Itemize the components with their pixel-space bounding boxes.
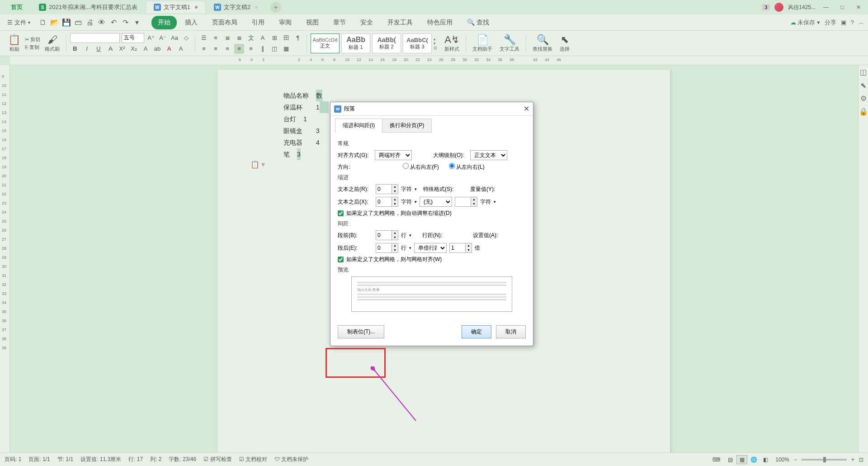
cut-button[interactable]: ✂ 剪切 [25,36,40,43]
menu-tab-review[interactable]: 审阅 [273,16,298,29]
paste-options-icon[interactable]: 📋 ▾ [250,160,265,169]
status-page-no[interactable]: 页码: 1 [5,456,21,463]
menu-tab-chapters[interactable]: 章节 [327,16,352,29]
vertical-ruler[interactable]: 91011 121314 151617 181920 212223 242526… [0,65,10,452]
find-replace-button[interactable]: 🔍查找替换 [530,34,555,52]
clear-format-icon[interactable]: ◇ [181,33,191,43]
numbering-icon[interactable]: ≡ [211,33,221,43]
zoom-slider[interactable] [802,459,847,461]
undo-icon[interactable]: ↶ [108,17,119,28]
style-heading2[interactable]: AaBb(标题 2 [372,33,401,53]
bold-icon[interactable]: B [70,44,80,54]
subscript-icon[interactable]: X₂ [129,44,139,54]
print-preview-icon[interactable]: 👁 [96,17,107,28]
new-icon[interactable]: 🗋 [38,17,48,28]
rail-lock-icon[interactable]: 🔒 [859,107,868,116]
tab-home[interactable]: 首页 [4,1,30,13]
borders-icon[interactable]: ▦ [281,44,291,54]
increase-indent-icon[interactable]: ≣ [234,33,244,43]
change-case-icon[interactable]: Aa [170,33,179,43]
status-setting[interactable]: 设置值: 11.3厘米 [80,456,121,463]
notification-badge[interactable]: 3 [762,4,770,10]
view-outline-icon[interactable]: ◧ [760,455,771,464]
underline-icon[interactable]: U [94,44,104,54]
status-spell[interactable]: ☑ 拼写检查 [203,456,231,463]
text-direction-icon[interactable]: 文 [246,33,256,43]
align-left-icon[interactable]: ≡ [199,44,209,54]
ltr-radio[interactable] [449,163,455,169]
print-icon[interactable]: 🖨 [85,17,95,28]
status-proof[interactable]: ☑ 文档校对 [239,456,267,463]
border-icon[interactable]: 田 [281,33,291,43]
status-section[interactable]: 节: 1/1 [57,456,73,463]
zoom-in-icon[interactable]: + [851,456,854,463]
rail-nav-icon[interactable]: ◫ [860,68,867,76]
menu-tab-special[interactable]: 特色应用 [421,16,459,29]
rail-select-icon[interactable]: ⬉ [860,81,866,90]
style-down-icon[interactable]: ▾ [434,41,440,46]
before-para-spinner[interactable]: ▲▼ [376,230,398,240]
view-print-icon[interactable]: ▦ [736,455,747,464]
file-menu[interactable]: ☰文件▾ [4,17,34,29]
avatar[interactable] [774,3,783,12]
menu-tab-start[interactable]: 开始 [151,16,177,29]
new-tab-button[interactable]: ＋ [270,2,281,13]
help-icon[interactable]: ? [851,19,854,26]
menu-tab-view[interactable]: 视图 [300,16,325,29]
redo-icon[interactable]: ↷ [120,17,131,28]
grid-indent-checkbox[interactable] [338,210,344,216]
maximize-button[interactable]: □ [836,3,848,12]
status-protect[interactable]: 🛡 文档未保护 [274,456,308,463]
format-painter-group[interactable]: 🖌格式刷 [42,34,62,52]
dialog-close-button[interactable]: ✕ [524,105,529,113]
decrease-font-icon[interactable]: A⁻ [158,33,168,43]
align-select[interactable]: 两端对齐 [375,150,412,160]
menu-tab-layout[interactable]: 页面布局 [206,16,244,29]
copy-button[interactable]: ⎘ 复制 [25,44,40,51]
collapse-ribbon-icon[interactable]: ︿ [859,19,864,27]
zoom-value[interactable]: 100% [775,456,789,463]
rail-settings-icon[interactable]: ⚙ [860,94,867,103]
after-para-spinner[interactable]: ▲▼ [376,243,398,253]
more-icon[interactable]: ▾ [132,17,142,28]
align-right-icon[interactable]: ≡ [222,44,232,54]
shading-icon[interactable]: A [176,44,186,54]
status-words[interactable]: 字数: 23/46 [169,456,196,463]
minimize-button[interactable]: — [820,3,832,12]
fill-color-icon[interactable]: ◫ [269,44,279,54]
document-content[interactable]: 物品名称数 保温杯1 台灯1 眼镜盒3 充电器4 笔3 [283,90,329,160]
input-mode-icon[interactable]: ⌨ [712,456,720,463]
font-family-select[interactable] [70,33,120,43]
tab-doc3[interactable]: W文字文稿2 [207,1,265,13]
special-select[interactable]: (无) [420,197,452,207]
text-effects-icon[interactable]: A [141,44,151,54]
doc-assist-button[interactable]: 📄文档助手 [470,34,495,52]
tab-stops-button[interactable]: 制表位(T)... [338,325,384,338]
paste-group[interactable]: 📋粘贴 [5,34,23,52]
text-tools-button[interactable]: 🔧文字工具 [497,34,522,52]
select-button[interactable]: ⬉选择 [557,34,572,52]
style-more-icon[interactable]: ⊟ [434,46,440,50]
style-up-icon[interactable]: ▴ [434,37,440,41]
share-button[interactable]: 分享 [825,19,836,27]
view-read-icon[interactable]: ▤ [725,455,736,464]
align-vertical-icon[interactable]: A [258,33,268,43]
tab-doc1[interactable]: S2021年拟来湘...考科目要求汇总表 [32,1,145,13]
tab-doc2[interactable]: W文字文稿1 [146,1,205,13]
menu-tab-security[interactable]: 安全 [354,16,379,29]
status-col[interactable]: 列: 2 [150,456,161,463]
superscript-icon[interactable]: X² [117,44,127,54]
distribute-icon[interactable]: ≡ [246,44,256,54]
menu-tab-insert[interactable]: 插入 [179,16,204,29]
before-text-spinner[interactable]: ▲▼ [376,184,398,194]
decrease-indent-icon[interactable]: ≣ [222,33,232,43]
phonetic-icon[interactable]: ⊞ [269,33,279,43]
horizontal-ruler[interactable]: 642 246 81012 141618 202224 262830 32343… [10,56,868,65]
dialog-tab-breaks[interactable]: 换行和分页(P) [382,119,432,133]
outline-select[interactable]: 正文文本 [470,150,507,160]
font-size-select[interactable] [122,33,144,43]
save-as-icon[interactable]: 🗃 [73,17,84,28]
line-spacing-select[interactable]: 单倍行距 [414,243,447,253]
zoom-out-icon[interactable]: − [794,456,797,463]
set-value-spinner[interactable]: ▲▼ [449,243,472,253]
